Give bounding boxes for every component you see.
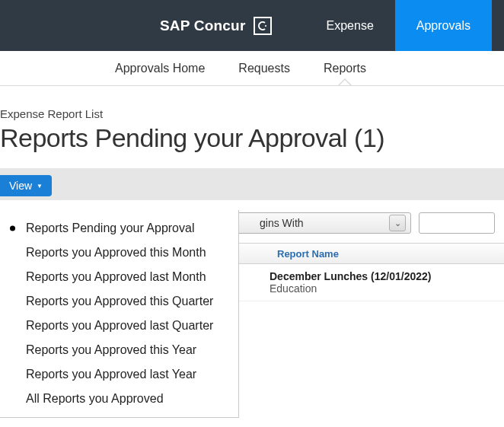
view-button-label: View xyxy=(9,180,32,192)
view-option-approved-last-month[interactable]: Reports you Approved last Month xyxy=(0,265,238,289)
option-label: Reports you Approved last Month xyxy=(26,270,206,283)
column-header-report-name[interactable]: Report Name xyxy=(270,248,346,260)
chevron-down-icon: ▼ xyxy=(37,183,43,190)
row-report-subtitle: Education xyxy=(270,282,317,295)
page-title: Reports Pending your Approval (1) xyxy=(0,123,504,168)
view-option-approved-this-quarter[interactable]: Reports you Approved this Quarter xyxy=(0,289,238,314)
row-report-name: December Lunches (12/01/2022) xyxy=(270,270,431,282)
topbar: SAP Concur Expense Approvals xyxy=(0,0,504,51)
option-label: Reports you Approved this Month xyxy=(26,246,206,259)
topnav: Expense Approvals xyxy=(305,0,492,51)
option-label: All Reports you Approved xyxy=(26,392,164,405)
view-option-all-approved[interactable]: All Reports you Approved xyxy=(0,387,238,411)
view-button[interactable]: View ▼ xyxy=(0,175,52,196)
view-option-approved-this-year[interactable]: Reports you Approved this Year xyxy=(0,338,238,362)
option-label: Reports Pending your Approval xyxy=(26,221,194,234)
option-label: Reports you Approved last Year xyxy=(26,368,196,381)
option-label: Reports you Approved this Year xyxy=(26,343,196,356)
view-dropdown: Reports Pending your Approval Reports yo… xyxy=(0,210,239,418)
svg-point-0 xyxy=(264,24,266,26)
toolbar: View ▼ xyxy=(0,168,504,200)
subnav-label: Approvals Home xyxy=(115,62,205,75)
option-label: Reports you Approved this Quarter xyxy=(26,295,213,308)
filter-search-input[interactable] xyxy=(419,212,495,234)
topnav-label: Expense xyxy=(327,19,374,33)
topnav-item-approvals[interactable]: Approvals xyxy=(395,0,492,51)
option-label: Reports you Approved last Quarter xyxy=(26,319,213,332)
brand-text: SAP Concur xyxy=(160,18,246,34)
topnav-item-expense[interactable]: Expense xyxy=(305,0,395,51)
view-option-approved-this-month[interactable]: Reports you Approved this Month xyxy=(0,241,238,265)
select-value: gins With xyxy=(260,217,304,229)
chevron-down-icon: ⌄ xyxy=(389,215,406,231)
subnav-item-approvals-home[interactable]: Approvals Home xyxy=(115,53,205,84)
subnav-label: Requests xyxy=(238,62,290,75)
subnav-item-requests[interactable]: Requests xyxy=(238,53,290,84)
view-option-pending[interactable]: Reports Pending your Approval xyxy=(0,216,238,241)
active-tab-caret-icon xyxy=(338,78,352,85)
concur-logo-icon xyxy=(254,17,272,35)
breadcrumb: Expense Report List xyxy=(0,86,504,123)
topnav-label: Approvals xyxy=(416,19,471,33)
view-option-approved-last-year[interactable]: Reports you Approved last Year xyxy=(0,362,238,387)
view-option-approved-last-quarter[interactable]: Reports you Approved last Quarter xyxy=(0,314,238,338)
brand: SAP Concur xyxy=(0,0,290,51)
subnav-label: Reports xyxy=(324,62,366,75)
subnav-item-reports[interactable]: Reports xyxy=(324,53,366,84)
subnav: Approvals Home Requests Reports xyxy=(0,51,504,86)
